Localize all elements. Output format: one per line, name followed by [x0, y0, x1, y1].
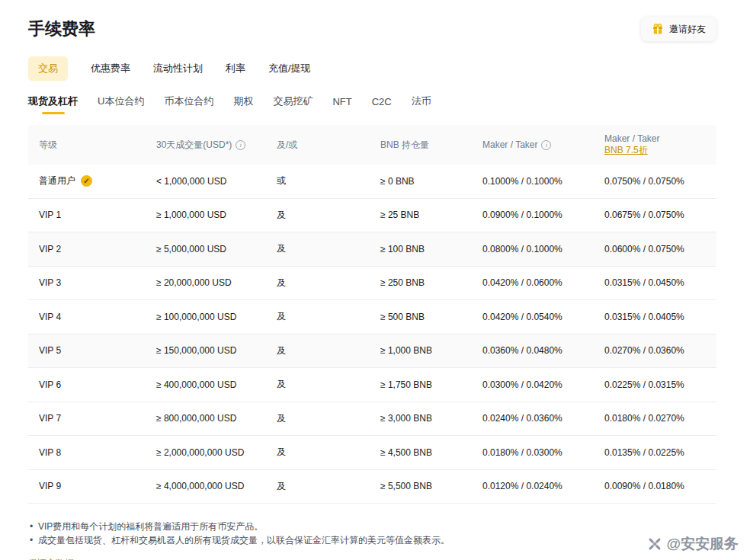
page-header: 手续费率 邀请好友 [28, 17, 716, 41]
row-volume: ≥ 800,000,000 USD [146, 402, 266, 436]
watermark: @安安服务 [647, 534, 739, 554]
secondary-tab-bar: 现货及杠杆 U本位合约 币本位合约 期权 交易挖矿 NFT C2C 法币 [28, 88, 716, 116]
row-volume: ≥ 1,000,000 USD [146, 199, 266, 232]
row-level: VIP 2 [28, 232, 146, 266]
crossed-tools-icon [647, 536, 662, 552]
tab-options[interactable]: 期权 [233, 88, 253, 116]
table-row: VIP 5 ≥ 150,000,000 USD 及 ≥ 1,000 BNB 0.… [28, 334, 716, 369]
tab-nft[interactable]: NFT [332, 90, 351, 115]
row-maker-taker: 0.0300% / 0.0420% [472, 368, 594, 402]
row-and-or: 及 [266, 300, 370, 334]
row-level: 普通用户 ✓ [28, 165, 146, 198]
info-icon[interactable]: i [236, 140, 245, 150]
row-maker-taker-bnb: 0.0315% / 0.0405% [594, 300, 716, 334]
invite-friends-button[interactable]: 邀请好友 [641, 17, 716, 41]
table-row: VIP 2 ≥ 5,000,000 USD 及 ≥ 100 BNB 0.0800… [28, 232, 716, 267]
fee-table: 等级 30天成交量(USD*) i 及/或 BNB 持仓量 Maker / Ta… [28, 125, 716, 504]
row-maker-taker-bnb: 0.0135% / 0.0225% [594, 436, 716, 469]
row-volume: ≥ 400,000,000 USD [146, 368, 266, 402]
table-row: VIP 7 ≥ 800,000,000 USD 及 ≥ 3,000 BNB 0.… [28, 402, 716, 437]
tab-coinm-futures[interactable]: 币本位合约 [164, 88, 213, 116]
tab-usdm-futures[interactable]: U本位合约 [98, 88, 144, 116]
table-row: VIP 3 ≥ 20,000,000 USD 及 ≥ 250 BNB 0.042… [28, 267, 716, 301]
row-maker-taker: 0.1000% / 0.1000% [472, 165, 594, 198]
row-maker-taker-bnb: 0.0750% / 0.0750% [594, 165, 716, 198]
row-level: VIP 7 [28, 402, 146, 436]
row-volume: ≥ 20,000,000 USD [146, 267, 266, 300]
row-and-or: 及 [266, 470, 370, 504]
row-bnb: ≥ 100 BNB [370, 232, 472, 266]
row-level: VIP 3 [28, 267, 146, 300]
row-and-or: 及 [266, 199, 370, 232]
primary-tab-bar: 交易 优惠费率 流动性计划 利率 充值/提现 [28, 56, 716, 81]
row-volume: ≥ 150,000,000 USD [146, 334, 266, 368]
row-and-or: 及 [266, 368, 370, 402]
header-maker-taker: Maker / Taker i [472, 125, 594, 165]
tab-spot-margin[interactable]: 现货及杠杆 [28, 88, 78, 116]
header-level: 等级 [28, 125, 146, 165]
invite-friends-label: 邀请好友 [669, 23, 706, 36]
row-maker-taker-bnb: 0.0090% / 0.0180% [594, 470, 716, 504]
tab-c2c[interactable]: C2C [372, 90, 392, 115]
table-row: VIP 8 ≥ 2,000,000,000 USD 及 ≥ 4,500 BNB … [28, 436, 716, 470]
row-maker-taker: 0.0800% / 0.1000% [472, 232, 594, 266]
tab-trade-mining[interactable]: 交易挖矿 [273, 88, 312, 116]
row-maker-taker: 0.0240% / 0.0360% [472, 402, 594, 436]
row-volume: ≥ 5,000,000 USD [146, 232, 266, 266]
tab-preferential-rates[interactable]: 优惠费率 [91, 56, 130, 81]
row-maker-taker: 0.0360% / 0.0480% [472, 334, 594, 368]
row-level: VIP 8 [28, 436, 146, 469]
bnb-discount-link[interactable]: BNB 7.5折 [604, 145, 648, 156]
row-maker-taker: 0.0420% / 0.0600% [472, 267, 594, 300]
row-bnb: ≥ 4,500 BNB [370, 436, 472, 469]
row-maker-taker-bnb: 0.0180% / 0.0270% [594, 402, 716, 436]
footnotes: VIP费用和每个计划的福利将普遍适用于所有币安产品。 成交量包括现货、杠杆和交易… [28, 520, 716, 547]
watermark-text: @安安服务 [666, 534, 739, 554]
table-row: 普通用户 ✓ < 1,000,000 USD 或 ≥ 0 BNB 0.1000%… [28, 165, 716, 199]
margin-data-link[interactable]: 保证金数据 [28, 557, 74, 560]
tab-interest-rate[interactable]: 利率 [226, 56, 245, 81]
tab-trading[interactable]: 交易 [28, 56, 68, 81]
row-bnb: ≥ 1,750 BNB [370, 368, 472, 402]
header-maker-taker-bnb: Maker / Taker BNB 7.5折 [594, 125, 716, 165]
row-bnb: ≥ 3,000 BNB [370, 402, 472, 436]
row-maker-taker-bnb: 0.0315% / 0.0450% [594, 267, 716, 300]
row-and-or: 及 [266, 232, 370, 266]
table-row: VIP 9 ≥ 4,000,000,000 USD 及 ≥ 5,500 BNB … [28, 470, 716, 504]
row-maker-taker: 0.0420% / 0.0540% [472, 300, 594, 334]
verified-badge-icon: ✓ [81, 175, 92, 187]
row-level: VIP 9 [28, 470, 146, 504]
row-maker-taker: 0.0180% / 0.0300% [472, 436, 594, 469]
row-volume: ≥ 4,000,000,000 USD [146, 470, 266, 504]
row-level: VIP 4 [28, 300, 146, 334]
header-and-or: 及/或 [266, 125, 370, 165]
row-bnb: ≥ 250 BNB [370, 267, 472, 300]
fee-rate-page: 手续费率 邀请好友 交易 优惠费率 流动性计划 利率 充值/提现 现货及杠杆 U… [0, 0, 750, 560]
row-level: VIP 1 [28, 199, 146, 232]
level-label: 普通用户 [39, 174, 75, 187]
footnote: VIP费用和每个计划的福利将普遍适用于所有币安产品。 [28, 520, 716, 534]
row-and-or: 及 [266, 334, 370, 368]
tab-liquidity-program[interactable]: 流动性计划 [153, 56, 203, 81]
row-and-or: 及 [266, 402, 370, 436]
row-volume: ≥ 2,000,000,000 USD [146, 436, 266, 469]
row-level: VIP 5 [28, 334, 146, 368]
gift-icon [652, 23, 664, 35]
row-maker-taker-bnb: 0.0675% / 0.0750% [594, 199, 716, 232]
table-row: VIP 1 ≥ 1,000,000 USD 及 ≥ 25 BNB 0.0900%… [28, 199, 716, 233]
row-maker-taker-bnb: 0.0600% / 0.0750% [594, 232, 716, 266]
row-maker-taker: 0.0900% / 0.1000% [472, 199, 594, 232]
row-volume: ≥ 100,000,000 USD [146, 300, 266, 334]
row-maker-taker-bnb: 0.0270% / 0.0360% [594, 334, 716, 368]
row-and-or: 或 [266, 165, 370, 198]
row-volume: < 1,000,000 USD [146, 165, 266, 198]
row-level: VIP 6 [28, 368, 146, 402]
table-row: VIP 6 ≥ 400,000,000 USD 及 ≥ 1,750 BNB 0.… [28, 368, 716, 402]
row-maker-taker: 0.0120% / 0.0240% [472, 470, 594, 504]
row-bnb: ≥ 25 BNB [370, 199, 472, 232]
row-bnb: ≥ 500 BNB [370, 300, 472, 334]
header-volume: 30天成交量(USD*) i [146, 125, 266, 165]
tab-fiat[interactable]: 法币 [412, 88, 431, 116]
tab-deposit-withdraw[interactable]: 充值/提现 [268, 56, 311, 81]
info-icon[interactable]: i [541, 140, 551, 150]
